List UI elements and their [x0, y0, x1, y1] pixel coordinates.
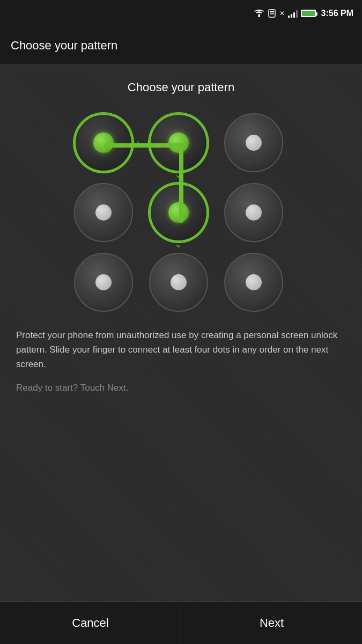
- status-time: 3:56 PM: [321, 9, 353, 18]
- svg-point-0: [258, 15, 260, 17]
- dot-inner-2: [168, 133, 189, 153]
- pattern-dot-5[interactable]: ⌄: [149, 183, 208, 242]
- signal-bars: [288, 9, 298, 18]
- ready-text: Ready to start? Touch Next.: [16, 383, 346, 393]
- battery-icon: [301, 10, 316, 17]
- title-bar: Choose your pattern: [0, 27, 362, 64]
- pattern-heading: Choose your pattern: [128, 80, 234, 94]
- dot-inner-7: [95, 274, 112, 290]
- page-title: Choose your pattern: [11, 39, 117, 53]
- description-text: Protect your phone from unauthorized use…: [16, 328, 346, 372]
- status-icons: ✕ 3:56 PM: [254, 9, 353, 18]
- dot-inner-5: [168, 202, 189, 223]
- status-bar: ✕ 3:56 PM: [0, 0, 362, 27]
- pattern-dot-4[interactable]: [74, 183, 133, 242]
- dot-inner-4: [95, 204, 112, 221]
- pattern-dot-6[interactable]: [224, 183, 283, 242]
- cancel-button[interactable]: Cancel: [0, 602, 181, 644]
- pattern-dot-8[interactable]: [149, 253, 208, 312]
- arrow-down-icon: ⌄: [174, 169, 182, 180]
- sim-icon: [268, 9, 276, 18]
- dot-inner-9: [246, 274, 262, 290]
- dot-inner-6: [246, 204, 262, 221]
- x-icon: ✕: [279, 10, 285, 17]
- svg-rect-3: [270, 13, 274, 14]
- arrow-down-icon-2: ⌄: [174, 238, 182, 250]
- dot-inner-1: [93, 133, 114, 153]
- pattern-dot-9[interactable]: [224, 253, 283, 312]
- main-content: Choose your pattern › ⌄: [0, 64, 362, 601]
- pattern-dot-3[interactable]: [224, 113, 283, 172]
- dot-inner-8: [171, 274, 187, 290]
- pattern-dot-1[interactable]: ›: [74, 113, 133, 172]
- pattern-grid: › ⌄ ⌄: [74, 113, 289, 312]
- pattern-dot-7[interactable]: [74, 253, 133, 312]
- svg-rect-2: [270, 11, 274, 12]
- dot-inner-3: [246, 135, 262, 151]
- bottom-bar: Cancel Next: [0, 601, 362, 644]
- wifi-icon: [254, 9, 264, 18]
- pattern-dot-2[interactable]: ⌄: [149, 113, 208, 172]
- next-button[interactable]: Next: [181, 602, 362, 644]
- arrow-right-icon: ›: [137, 137, 140, 149]
